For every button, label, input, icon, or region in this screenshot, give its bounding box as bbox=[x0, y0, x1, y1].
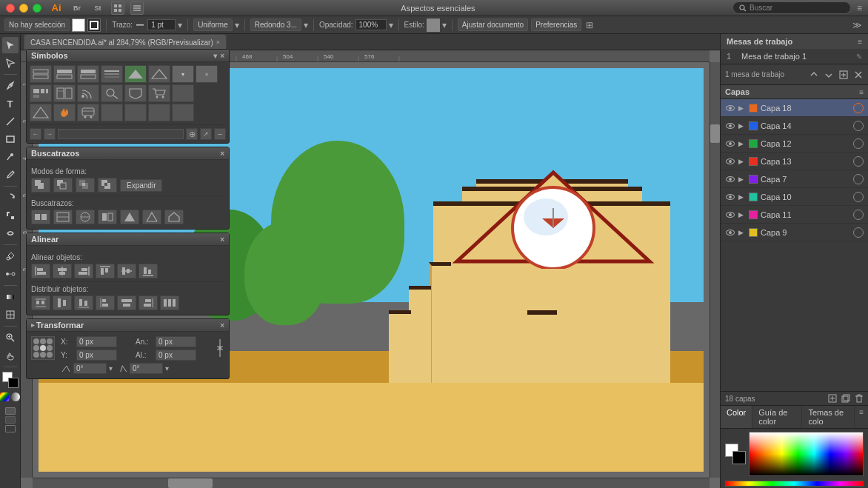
layer-visibility-18[interactable] bbox=[725, 103, 735, 113]
simbolos-dropdown-icon[interactable]: ▾ bbox=[213, 52, 217, 60]
preferencias-btn[interactable]: Preferencias bbox=[531, 19, 581, 31]
stroke-width-input[interactable] bbox=[147, 19, 176, 30]
stroke-width-dropdown[interactable]: ▾ bbox=[178, 20, 182, 30]
pen-tool[interactable] bbox=[2, 78, 19, 94]
bt-7[interactable] bbox=[164, 210, 184, 224]
layer-target-9[interactable] bbox=[853, 227, 864, 238]
blend-tool[interactable] bbox=[2, 266, 19, 282]
sym-item-5[interactable] bbox=[124, 65, 147, 83]
sym-item-1[interactable] bbox=[30, 65, 52, 83]
sym-cart[interactable] bbox=[148, 84, 170, 102]
sym-item-2[interactable] bbox=[53, 65, 76, 83]
vscroll-thumb[interactable] bbox=[710, 124, 720, 143]
layer-expand-14[interactable]: ▶ bbox=[738, 122, 746, 130]
buscatrazos-close[interactable]: × bbox=[220, 150, 224, 158]
align-center-h[interactable] bbox=[53, 264, 72, 278]
fill-color[interactable] bbox=[72, 19, 85, 32]
mode-subtract[interactable] bbox=[53, 178, 73, 193]
move-down-icon[interactable] bbox=[824, 70, 834, 80]
artboards-options-icon[interactable]: ≡ bbox=[858, 38, 862, 46]
close-button[interactable] bbox=[6, 4, 15, 13]
maximize-button[interactable] bbox=[33, 4, 41, 13]
layer-target-7[interactable] bbox=[853, 174, 864, 184]
sym-btn-place[interactable]: ⊕ bbox=[186, 128, 198, 140]
dist-space-h[interactable] bbox=[160, 295, 179, 310]
color-panel-options[interactable]: ≡ bbox=[855, 406, 868, 428]
scale-tool[interactable] bbox=[2, 207, 19, 224]
color-tab-color[interactable]: Color bbox=[721, 406, 752, 428]
align-middle-v[interactable] bbox=[117, 264, 136, 278]
type-tool[interactable]: T bbox=[2, 96, 19, 112]
layer-expand-12[interactable]: ▶ bbox=[738, 140, 746, 147]
sym-item-3[interactable] bbox=[77, 65, 99, 83]
bt-5[interactable] bbox=[120, 210, 139, 224]
round-dropdown[interactable]: ▾ bbox=[304, 20, 308, 30]
sym-triangle-outline[interactable] bbox=[30, 104, 52, 121]
gradient-tool[interactable] bbox=[2, 289, 19, 305]
layer-target-11[interactable] bbox=[853, 210, 864, 220]
sym-btn-fwd[interactable]: → bbox=[44, 128, 56, 140]
draw-normal-icon[interactable] bbox=[5, 407, 16, 415]
fg-bg-swatches[interactable] bbox=[725, 444, 746, 464]
sym-placeholder1[interactable] bbox=[172, 84, 194, 102]
layer-item-9[interactable]: ▶ Capa 9 bbox=[721, 224, 868, 241]
align-left[interactable] bbox=[31, 264, 50, 278]
reference-point-selector[interactable] bbox=[31, 336, 55, 360]
selection-button[interactable]: No hay selección bbox=[4, 19, 70, 31]
layer-visibility-10[interactable] bbox=[725, 192, 735, 202]
draw-behind-icon[interactable] bbox=[5, 416, 16, 424]
angle-dropdown[interactable]: ▾ bbox=[109, 364, 113, 372]
artboard-edit-icon[interactable]: ✎ bbox=[856, 53, 862, 61]
horizontal-scrollbar[interactable] bbox=[33, 478, 710, 488]
layer-expand-9[interactable]: ▶ bbox=[738, 229, 746, 236]
sym-item-6[interactable] bbox=[148, 65, 170, 83]
transformar-header[interactable]: ▸ Transformar × bbox=[27, 319, 229, 332]
sym-btn-break[interactable]: ↗ bbox=[200, 128, 212, 140]
expand-btn[interactable]: Expandir bbox=[120, 179, 162, 192]
alinear-close[interactable]: × bbox=[220, 235, 224, 244]
search-box[interactable]: Buscar bbox=[732, 1, 851, 14]
zoom-tool[interactable] bbox=[2, 330, 19, 346]
sym-placeholder2[interactable] bbox=[101, 104, 123, 121]
sym-placeholder5[interactable] bbox=[172, 104, 194, 121]
sym-placeholder4[interactable] bbox=[148, 104, 170, 121]
color-mode-icon[interactable] bbox=[0, 392, 9, 401]
layer-visibility-13[interactable] bbox=[725, 156, 735, 167]
sym-item-close[interactable]: × bbox=[196, 65, 218, 83]
constraint-icon[interactable] bbox=[216, 336, 224, 360]
sym-grid-2[interactable] bbox=[53, 84, 76, 102]
bt-4[interactable] bbox=[98, 210, 117, 224]
sym-train[interactable] bbox=[77, 104, 99, 121]
opacity-input[interactable] bbox=[355, 19, 387, 30]
simbolos-header[interactable]: Símbolos ▾ × bbox=[27, 50, 229, 62]
layer-item-12[interactable]: ▶ Capa 12 bbox=[721, 135, 868, 153]
layer-item-13[interactable]: ▶ Capa 13 bbox=[721, 153, 868, 170]
layer-target-12[interactable] bbox=[853, 138, 864, 149]
align-top[interactable] bbox=[96, 264, 115, 278]
minimize-button[interactable] bbox=[19, 4, 28, 13]
mode-intersect[interactable] bbox=[76, 178, 95, 193]
mode-exclude[interactable] bbox=[98, 178, 117, 193]
layer-target-18[interactable] bbox=[853, 103, 864, 113]
dist-mid[interactable] bbox=[53, 295, 72, 310]
move-up-icon[interactable] bbox=[809, 70, 819, 80]
sym-placeholder3[interactable] bbox=[124, 104, 147, 121]
direct-select-tool[interactable] bbox=[2, 55, 19, 71]
layer-item-10[interactable]: ▶ Capa 10 bbox=[721, 188, 868, 206]
layer-target-10[interactable] bbox=[853, 192, 864, 202]
line-tool[interactable] bbox=[2, 113, 19, 130]
hue-bar[interactable] bbox=[725, 481, 864, 487]
more-options-icon[interactable]: ≡ bbox=[857, 3, 862, 13]
tools-icon[interactable]: ⊞ bbox=[584, 19, 595, 32]
layer-target-14[interactable] bbox=[853, 121, 864, 131]
bt-3[interactable] bbox=[76, 210, 95, 224]
al-input[interactable] bbox=[156, 350, 196, 361]
delete-artboard-icon[interactable] bbox=[853, 70, 864, 80]
layer-visibility-14[interactable] bbox=[725, 121, 735, 131]
buscatrazos-header[interactable]: Buscatrazos × bbox=[27, 147, 229, 160]
align-right[interactable] bbox=[74, 264, 93, 278]
layer-item-18[interactable]: ▶ Capa 18 bbox=[721, 99, 868, 117]
bt-1[interactable] bbox=[31, 210, 50, 224]
tab-close[interactable]: × bbox=[216, 39, 220, 46]
artboard-item[interactable]: 1 Mesa de trabajo 1 ✎ bbox=[721, 49, 868, 64]
